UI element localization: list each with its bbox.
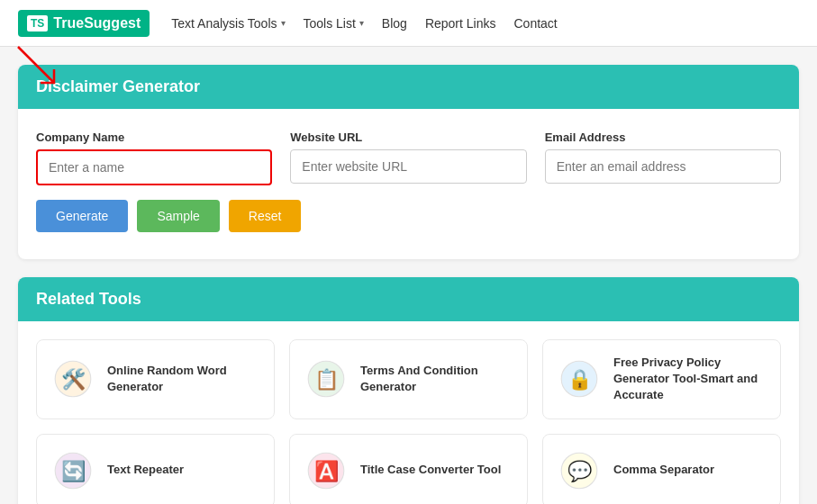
buttons-row: Generate Sample Reset [36, 200, 781, 232]
tool-card[interactable]: 🛠️ Online Random Word Generator [36, 339, 275, 419]
nav-item-text-analysis[interactable]: Text Analysis Tools ▾ [171, 16, 285, 31]
tool-icon: 🔒 [558, 357, 601, 400]
generator-body: Company Name Website URL Email Address G… [18, 109, 799, 259]
tool-label: Comma Separator [613, 462, 714, 478]
nav-label-tools-list: Tools List [304, 16, 356, 31]
company-name-input[interactable] [36, 149, 272, 185]
reset-button[interactable]: Reset [229, 200, 302, 232]
email-address-label: Email Address [545, 130, 781, 144]
tool-icon: 🛠️ [51, 357, 95, 400]
svg-text:🔄: 🔄 [61, 458, 86, 482]
tool-label: Text Repeater [107, 462, 184, 478]
tool-label: Free Privacy Policy Generator Tool-Smart… [613, 355, 766, 404]
navbar: TS TrueSuggest Text Analysis Tools ▾ Too… [0, 0, 817, 47]
website-url-input[interactable] [290, 149, 526, 184]
nav-label-text-analysis: Text Analysis Tools [171, 16, 277, 31]
email-address-input[interactable] [545, 149, 781, 184]
tool-icon: 💬 [558, 449, 601, 492]
tool-label: Title Case Converter Tool [360, 462, 501, 478]
logo[interactable]: TS TrueSuggest [18, 10, 150, 37]
svg-text:💬: 💬 [567, 458, 593, 482]
svg-text:🅰️: 🅰️ [314, 458, 340, 482]
svg-text:🛠️: 🛠️ [61, 367, 86, 392]
tool-card[interactable]: 🅰️ Title Case Converter Tool [289, 434, 528, 504]
related-body: 🛠️ Online Random Word Generator 📋 Terms … [18, 321, 799, 504]
nav-label-blog: Blog [382, 16, 407, 31]
main-content: Disclaimer Generator Company Name Websit… [0, 47, 817, 504]
tool-icon: 🅰️ [304, 449, 348, 492]
tool-icon: 📋 [304, 357, 348, 400]
form-row: Company Name Website URL Email Address [36, 130, 781, 185]
nav-label-report-links: Report Links [425, 16, 496, 31]
nav-item-contact[interactable]: Contact [513, 16, 557, 31]
nav-item-blog[interactable]: Blog [382, 16, 407, 31]
generator-header: Disclaimer Generator [18, 65, 799, 109]
email-address-group: Email Address [545, 130, 781, 184]
svg-text:📋: 📋 [314, 367, 340, 392]
chevron-down-icon: ▾ [281, 18, 286, 28]
tool-card[interactable]: 📋 Terms And Condition Generator [289, 339, 528, 419]
nav-label-contact: Contact [513, 16, 557, 31]
svg-text:🔒: 🔒 [567, 367, 593, 392]
nav-links: Text Analysis Tools ▾ Tools List ▾ Blog … [171, 16, 557, 31]
logo-text: TrueSuggest [53, 15, 141, 32]
related-header: Related Tools [18, 277, 799, 321]
sample-button[interactable]: Sample [137, 200, 219, 232]
logo-icon: TS [27, 15, 48, 32]
company-name-group: Company Name [36, 130, 272, 185]
generate-button[interactable]: Generate [36, 200, 128, 232]
nav-item-tools-list[interactable]: Tools List ▾ [304, 16, 364, 31]
tool-card[interactable]: 💬 Comma Separator [542, 434, 781, 504]
tools-grid: 🛠️ Online Random Word Generator 📋 Terms … [36, 339, 781, 504]
website-url-group: Website URL [290, 130, 526, 184]
tool-label: Terms And Condition Generator [360, 363, 513, 395]
tool-card[interactable]: 🔒 Free Privacy Policy Generator Tool-Sma… [542, 339, 781, 419]
chevron-down-icon: ▾ [359, 18, 364, 28]
tool-card[interactable]: 🔄 Text Repeater [36, 434, 275, 504]
nav-item-report-links[interactable]: Report Links [425, 16, 496, 31]
generator-card: Disclaimer Generator Company Name Websit… [18, 65, 799, 259]
website-url-label: Website URL [290, 130, 526, 144]
tool-icon: 🔄 [51, 449, 95, 492]
tool-label: Online Random Word Generator [107, 363, 259, 395]
company-name-label: Company Name [36, 130, 272, 144]
related-card: Related Tools 🛠️ Online Random Word Gene… [18, 277, 799, 504]
